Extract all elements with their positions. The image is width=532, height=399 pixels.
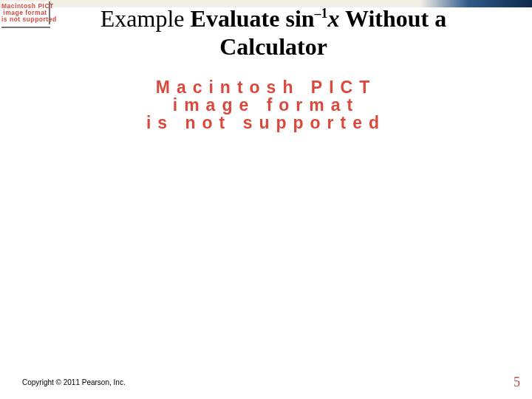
slide: Macintosh PICT image format is not suppo… [0, 0, 532, 399]
pict-small-line3: is not supported [1, 16, 57, 23]
pict-placeholder-large: Macintosh PICT image format is not suppo… [52, 78, 480, 132]
page-number: 5 [514, 375, 520, 390]
pict-placeholder-small: Macintosh PICT image format is not suppo… [1, 1, 50, 24]
pict-large-line3: is not supported [146, 113, 386, 132]
title-eval-sin: Evaluate sin [191, 5, 315, 32]
pict-small-underline [1, 27, 50, 28]
slide-title: Example Evaluate sin–1x Without a Calcul… [52, 5, 495, 70]
pict-large-line2: image format [173, 95, 359, 115]
title-x: x [328, 5, 340, 32]
title-superscript: –1 [315, 6, 328, 21]
copyright-text: Copyright © 2011 Pearson, Inc. [22, 378, 126, 386]
pict-large-line1: Macintosh PICT [156, 78, 377, 97]
title-prefix: Example [100, 5, 191, 32]
